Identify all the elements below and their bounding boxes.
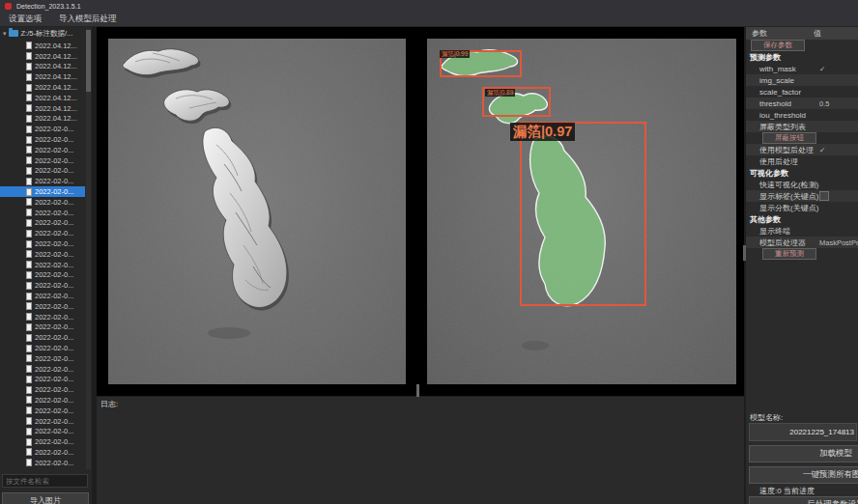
file-list-item[interactable]: 2022.04.12... (0, 114, 85, 125)
file-name: 2022-02-0... (35, 146, 73, 154)
progress-status: 速度:0 当前进度 (759, 486, 815, 496)
file-list-item[interactable]: 2022-02-0... (0, 384, 85, 395)
param-row[interactable]: 模型后处理器 MaskPostPro (746, 237, 858, 248)
tree-root-folder[interactable]: Z:/5-标注数据/... (0, 27, 92, 40)
image-viewer-prediction[interactable]: 漏箔|0.99 漏箔|0.89 漏箔|0.97 (427, 39, 736, 384)
param-row[interactable]: 重新预测 (746, 248, 858, 260)
sidebar-scrollbar[interactable] (86, 29, 91, 469)
param-label: 模型后处理器 (746, 238, 806, 248)
file-name: 2022-02-0... (35, 385, 73, 394)
file-list-item[interactable]: 2022-02-0... (0, 124, 85, 134)
param-row[interactable]: 使用后处理 (746, 155, 858, 167)
file-list-item[interactable]: 2022-02-0... (0, 332, 85, 343)
file-list-item[interactable]: 2022-02-0... (0, 458, 85, 468)
file-list-item[interactable]: 2022-02-0... (0, 134, 85, 145)
file-icon (26, 209, 32, 216)
import-images-button[interactable]: 导入图片 (2, 492, 89, 504)
postprocess-params-button[interactable]: 后处理参数设置 (749, 496, 858, 504)
search-input[interactable] (2, 474, 88, 488)
file-list-item[interactable]: 2022-02-0... (0, 249, 85, 260)
file-list-item[interactable]: 2022-02-0... (0, 301, 85, 312)
param-row[interactable]: img_scale (746, 74, 858, 86)
file-list-item[interactable]: 2022.04.12... (0, 103, 85, 114)
file-list-item[interactable]: 2022-02-0... (0, 145, 85, 155)
param-row[interactable]: scale_factor (746, 86, 858, 98)
param-row[interactable]: 快速可视化(检测) (746, 179, 858, 190)
file-list-item[interactable]: 2022-02-0... (0, 312, 85, 322)
file-list-item[interactable]: 2022.04.12... (0, 93, 85, 103)
file-list-item[interactable]: 2022-02-0... (0, 238, 85, 249)
expand-arrow-icon[interactable] (3, 30, 7, 38)
param-row[interactable]: 显示分数(关键点) (746, 202, 858, 213)
file-list-item[interactable]: 2022-02-0... (0, 218, 85, 229)
param-row[interactable]: with_mask ✓ (746, 63, 858, 74)
file-list-item[interactable]: 2022-02-0... (0, 280, 85, 291)
file-name: 2022-02-0... (35, 333, 73, 342)
menubar: 设置选项 导入模型后处理 (0, 13, 858, 27)
param-row[interactable]: iou_threshold (746, 109, 858, 121)
file-list-item[interactable]: 2022.04.12... (0, 82, 85, 93)
model-name-field[interactable]: 20221225_174813 (749, 423, 857, 441)
detection-label: 漏箔|0.97 (510, 123, 575, 141)
param-row[interactable]: 其他参数 (746, 213, 858, 225)
param-row[interactable]: 显示标签(关键点) (746, 190, 858, 202)
file-name: 2022.04.12... (35, 42, 77, 50)
file-list-item[interactable]: 2022-02-0... (0, 166, 85, 177)
file-list-item[interactable]: 2022-02-0... (0, 270, 85, 281)
param-checkbox[interactable] (819, 191, 829, 201)
model-name-label: 模型名称: (750, 412, 783, 423)
param-row[interactable]: 屏蔽类型列表 (746, 121, 858, 132)
file-list-item[interactable]: 2022-02-0... (0, 208, 85, 218)
file-list-item[interactable]: 2022.04.12... (0, 62, 85, 72)
file-name: 2022.04.12... (35, 114, 77, 123)
menu-settings[interactable]: 设置选项 (9, 14, 42, 25)
param-row[interactable]: 可视化参数 (746, 167, 858, 179)
app-window: Detection_2023.1.5.1 设置选项 导入模型后处理 Z:/5-标… (0, 0, 858, 504)
file-list-item[interactable]: 2022-02-0... (0, 406, 85, 416)
file-icon (26, 334, 32, 342)
file-list-item[interactable]: 2022-02-0... (0, 322, 85, 333)
root-folder-label: Z:/5-标注数据/... (21, 29, 73, 39)
file-list-item[interactable]: 2022-02-0... (0, 155, 85, 166)
file-icon (26, 365, 32, 373)
load-model-button[interactable]: 加载模型 (749, 445, 858, 462)
file-name: 2022-02-0... (35, 427, 73, 435)
file-list-item[interactable]: 2022-02-0... (0, 447, 85, 458)
sidebar-scrollbar-thumb[interactable] (86, 30, 91, 92)
param-row[interactable]: 屏蔽按钮 (746, 132, 858, 144)
file-list-item[interactable]: 2022-02-0... (0, 416, 85, 427)
file-list-item[interactable]: 2022.04.12... (0, 41, 85, 51)
file-icon (26, 219, 32, 227)
param-label: 可视化参数 (746, 168, 788, 179)
file-list-item[interactable]: 2022-02-0... (0, 353, 85, 364)
file-list-item[interactable]: 2022-02-0... (0, 436, 85, 447)
file-icon (26, 261, 32, 268)
param-row[interactable]: threshold 0.5 (746, 98, 858, 109)
file-list-item[interactable]: 2022-02-0... (0, 395, 85, 406)
param-label: with_mask (746, 65, 796, 73)
file-list-item[interactable]: 2022-02-0... (0, 186, 85, 197)
file-list-item[interactable]: 2022.04.12... (0, 71, 85, 82)
file-icon (26, 104, 32, 112)
predict-all-button[interactable]: 一键预测所有图片 (749, 466, 858, 484)
param-value: 0.5 (819, 99, 829, 108)
param-row[interactable]: 显示终端 (746, 225, 858, 237)
param-row[interactable]: 预测参数 (746, 51, 858, 63)
file-list-item[interactable]: 2022-02-0... (0, 426, 85, 436)
file-list-item[interactable]: 2022-02-0... (0, 197, 85, 208)
file-list-item[interactable]: 2022-02-0... (0, 260, 85, 270)
menu-import-postprocess[interactable]: 导入模型后处理 (59, 14, 117, 25)
param-row[interactable]: 保存参数 (746, 40, 858, 51)
file-list-item[interactable]: 2022-02-0... (0, 291, 85, 301)
horizontal-splitter-handle[interactable] (416, 384, 419, 397)
file-list-item[interactable]: 2022-02-0... (0, 375, 85, 385)
image-viewer-original[interactable] (108, 39, 406, 384)
file-icon (26, 240, 32, 248)
file-icon (26, 302, 32, 310)
file-list-item[interactable]: 2022-02-0... (0, 176, 85, 186)
file-list-item[interactable]: 2022-02-0... (0, 343, 85, 353)
file-list-item[interactable]: 2022.04.12... (0, 51, 85, 62)
file-list-item[interactable]: 2022-02-0... (0, 364, 85, 375)
file-list-item[interactable]: 2022-02-0... (0, 228, 85, 238)
param-row[interactable]: 使用模型后处理 ✓ (746, 144, 858, 155)
